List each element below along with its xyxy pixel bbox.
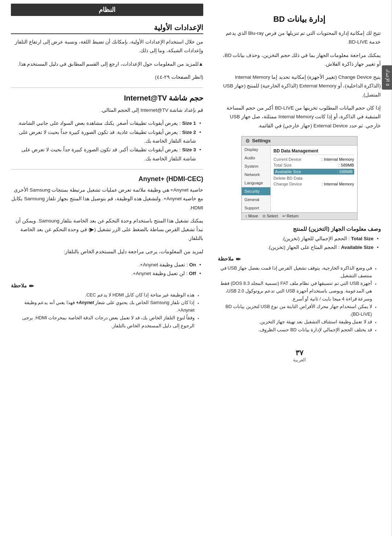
- note-item-4: قد لا تعمل وظيفة استئناف التشغيل بعد تهي…: [218, 318, 376, 326]
- on-off-list: On : تعمل وظيفة Anynet+. Off : لن تعمل و…: [11, 261, 203, 278]
- settings-menu: Display Audio System Network Language Se…: [242, 146, 271, 212]
- menu-item-system[interactable]: System: [242, 162, 270, 171]
- note-item-1: في وضع الذاكرة الخارجية، يتوقف تشغيل الق…: [218, 265, 376, 280]
- anynet-note-2: إذا كان تلفاز Samsung الخاص بك يحتوي على…: [11, 299, 198, 315]
- menu-item-language[interactable]: Language: [242, 179, 270, 187]
- off-item: Off : لن تعمل وظيفة Anynet+.: [11, 269, 200, 278]
- menu-item-network[interactable]: Network: [242, 171, 270, 179]
- anynet-more-info: لمزيد من المعلومات، يرجى مراجعة دليل الم…: [11, 247, 203, 256]
- initial-settings-text3: (انظر الصفحات ٢٩-٤٤): [11, 73, 203, 82]
- right-column: النظام الإعدادات الأولية من خلال استخدام…: [0, 0, 211, 536]
- settings-box: ⚙ Settings Display Audio System Network …: [241, 136, 358, 220]
- settings-title-label: Settings: [252, 138, 271, 143]
- off-desc: : لن تعمل وظيفة Anynet+.: [131, 271, 187, 276]
- anynet-control-text: يمكنك تشغيل هذا المنتج باستخدام وحدة الت…: [11, 217, 203, 243]
- on-label: On: [189, 262, 196, 267]
- anynet-title: Anynet+ (HDMI-CEC): [11, 175, 203, 183]
- initial-settings-text1: من خلال استخدام الإعدادات الأولية، بإمكا…: [11, 38, 203, 56]
- device-info-heading: وصف معلومات الجهاز (التخزين) للمنتج: [218, 226, 381, 232]
- total-size-item: Total Size : الحجم الإجمالي للجهاز (تخزي…: [218, 234, 377, 243]
- divider-2: [11, 169, 203, 169]
- settings-row-total-size: Total Size : 589MB: [274, 163, 354, 167]
- anynet-intro: خاصية Anynet+ هي وظيفة ملائمة تعرض عمليا…: [11, 186, 203, 212]
- gear-icon: ⚙: [245, 138, 250, 144]
- internet-tv-title: حجم شاشة Internet@TV: [11, 94, 203, 102]
- size-1-item: Size 1 : يعرض أيقونات تطبيقات أصغر. يكنك…: [11, 119, 200, 128]
- settings-row-change-device: Change Device : Internal Memory: [274, 182, 354, 186]
- anynet-note-header: ✏ ملاحظة: [11, 283, 203, 290]
- settings-bottom-bar: ↕ Move ⊙ Select ↩ Return: [242, 212, 357, 220]
- page-lang: العربية: [218, 357, 381, 363]
- left-heading: إدارة بيانات BD: [218, 15, 381, 24]
- menu-item-audio[interactable]: Audio: [242, 154, 270, 162]
- page-number: ٣٧: [218, 348, 381, 357]
- anynet-note-1: هذه الوظيفة غير متاحة إذا كان كابل HDMI …: [11, 291, 198, 299]
- menu-item-display[interactable]: Display: [242, 146, 270, 154]
- anynet-note-pen-icon: ✏: [29, 283, 34, 290]
- internet-tv-intro: قم بإعداد شاشة Internet@TV إلى الحجم الم…: [11, 106, 203, 115]
- intro-text: تتيح لك إمكانية إدارة المحتويات التي تم …: [218, 29, 381, 47]
- settings-content: BD Data Management Current Device : Inte…: [271, 146, 357, 212]
- anynet-note-title: ملاحظة: [11, 283, 27, 289]
- anynet-note-section: ✏ ملاحظة هذه الوظيفة غير متاحة إذا كان ك…: [11, 283, 203, 330]
- section-header: النظام: [11, 4, 203, 16]
- on-item: On : تعمل وظيفة Anynet+.: [11, 261, 200, 269]
- available-size-item: Available Size : الحجم المتاح على الجهاز…: [218, 243, 377, 252]
- settings-row-current-device: Current Device : Internal Memory: [274, 157, 354, 161]
- on-desc: : تعمل وظيفة Anynet+.: [139, 262, 188, 267]
- note-box: ✏ ملاحظة في وضع الذاكرة الخارجية، يتوقف …: [218, 256, 381, 334]
- settings-row-delete-bd[interactable]: Delete BD Data: [274, 176, 354, 180]
- initial-settings-text2: ▲للمزيد من المعلومات حول الإعدادات، ارجع…: [11, 60, 203, 69]
- off-label: Off: [189, 271, 196, 276]
- note-title: ملاحظة: [218, 256, 234, 262]
- menu-item-support[interactable]: Support: [242, 204, 270, 212]
- change-device-text: يتيح Change Device (تغيير الأجهزة) إمكان…: [218, 73, 381, 99]
- settings-content-title: BD Data Management: [274, 148, 354, 155]
- footer: ٣٧ العربية: [218, 348, 381, 363]
- anynet-note-3: وفقاً لنوع التلفاز الخاص بك، قد لا تعمل …: [11, 314, 198, 330]
- storage-note-text: إذا كان حجم البيانات المطلوب تخزينها من …: [218, 104, 381, 130]
- size-3-item: Size 3 : يعرض أيقونات تطبيقات أكبر. قد ت…: [11, 146, 200, 163]
- note-pen-icon: ✏: [236, 256, 241, 263]
- desc-text: يمكنك مراجعة معلومات الجهاز بما في ذلك ح…: [218, 51, 381, 69]
- device-info-list: Total Size : الحجم الإجمالي للجهاز (تخزي…: [218, 234, 381, 252]
- side-tab-label: الإعداد: [385, 69, 391, 82]
- left-column: إدارة بيانات BD تتيح لك إمكانية إدارة ال…: [211, 0, 392, 536]
- menu-item-general[interactable]: General: [242, 196, 270, 204]
- note-header: ✏ ملاحظة: [218, 256, 381, 263]
- settings-title-bar: ⚙ Settings: [242, 136, 357, 146]
- note-item-3: لا يمكن استخدام جهاز محرك الأقراص الثابت…: [218, 303, 376, 319]
- initial-settings-title: الإعدادات الأولية: [11, 23, 203, 34]
- internet-tv-sizes: Size 1 : يعرض أيقونات تطبيقات أصغر. يكنك…: [11, 119, 203, 163]
- note-item-2: أجهزة USB التي تم تنسيقها في نظام ملف FA…: [218, 280, 376, 303]
- settings-inner: Display Audio System Network Language Se…: [242, 146, 357, 212]
- settings-row-available-size: Available Size : 588MB: [274, 169, 354, 175]
- menu-item-security[interactable]: Security: [242, 187, 270, 196]
- note-item-5: قد يختلف الحجم الإجمالي لإدارة بيانات BD…: [218, 326, 376, 334]
- anynet-note-list: هذه الوظيفة غير متاحة إذا كان كابل HDMI …: [11, 291, 203, 330]
- size-2-item: Size 2 : يعرض أيقونات تطبيقات عادية. قد …: [11, 128, 200, 146]
- side-tab: ٥ الإعداد: [382, 65, 392, 90]
- note-list: في وضع الذاكرة الخارجية، يتوقف تشغيل الق…: [218, 265, 381, 334]
- side-tab-number: ٥: [385, 83, 391, 86]
- divider-1: [11, 87, 203, 88]
